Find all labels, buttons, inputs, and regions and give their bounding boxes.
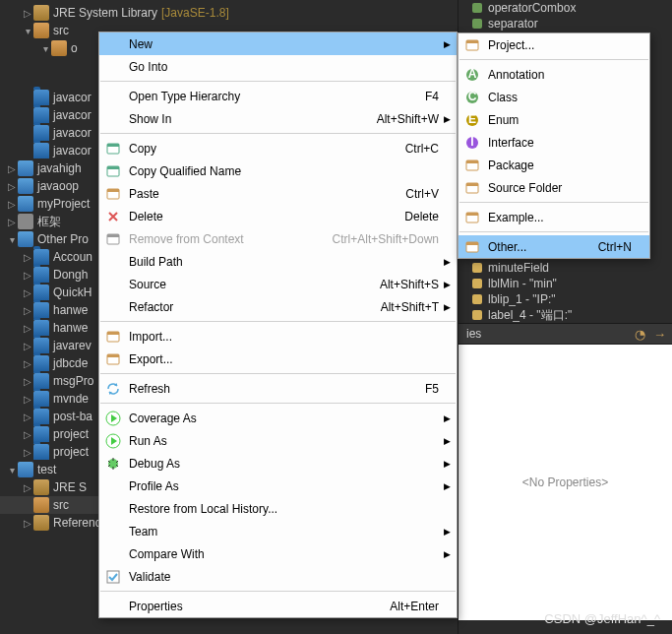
menu-item-profile-as[interactable]: Profile As ▶ xyxy=(99,475,457,497)
menu-item-refactor[interactable]: Refactor Alt+Shift+T ▶ xyxy=(99,295,457,318)
outline-item[interactable]: lblip_1 - "IP:" xyxy=(458,291,672,307)
submenu-item-annotation[interactable]: A Annotation xyxy=(458,63,649,86)
expand-icon[interactable]: ▷ xyxy=(22,412,33,422)
menu-item-import[interactable]: Import... xyxy=(99,325,457,348)
collapse-icon[interactable]: ▾ xyxy=(22,26,33,36)
expand-icon[interactable]: ▷ xyxy=(22,252,33,263)
empty-label: <No Properties> xyxy=(522,476,608,489)
menu-item-debug-as[interactable]: Debug As ▶ xyxy=(99,452,457,475)
outline-item[interactable]: separator xyxy=(458,16,672,32)
menu-item-delete[interactable]: Delete Delete xyxy=(99,205,457,227)
menu-item-build-path[interactable]: Build Path ▶ xyxy=(99,250,457,273)
outline-item[interactable]: label_4 - "端口:" xyxy=(458,307,672,323)
expand-icon[interactable]: ▷ xyxy=(6,199,18,210)
expand-icon[interactable]: ▷ xyxy=(22,394,33,405)
menu-icon[interactable]: → xyxy=(653,327,666,342)
anno-icon: A xyxy=(462,67,482,83)
expand-icon[interactable]: ▷ xyxy=(22,305,33,316)
properties-tab[interactable]: ies ◔ → xyxy=(458,323,672,345)
menu-shortcut: Delete xyxy=(404,210,453,223)
collapse-icon[interactable]: ▾ xyxy=(6,465,18,476)
submenu-item-example[interactable]: Example... xyxy=(458,206,649,228)
submenu-item-class[interactable]: C Class xyxy=(458,86,649,108)
menu-item-validate[interactable]: Validate xyxy=(99,565,457,588)
folder-icon xyxy=(33,426,49,442)
submenu-item-source-folder[interactable]: Source Folder xyxy=(458,176,649,199)
folder-icon xyxy=(33,320,49,336)
menu-item-go-into[interactable]: Go Into xyxy=(99,55,457,78)
menu-item-show-in[interactable]: Show In Alt+Shift+W ▶ xyxy=(99,107,457,130)
menu-item-refresh[interactable]: Refresh F5 xyxy=(99,377,457,400)
menu-item-copy-qualified-name[interactable]: Copy Qualified Name xyxy=(99,159,457,182)
submenu-item-other[interactable]: Other... Ctrl+N xyxy=(458,235,649,258)
menu-item-source[interactable]: Source Alt+Shift+S ▶ xyxy=(99,273,457,295)
menu-shortcut: Ctrl+N xyxy=(598,240,645,254)
outline-item[interactable]: operatorCombox xyxy=(458,0,672,16)
menu-label: Compare With xyxy=(123,547,453,561)
menu-label: Source xyxy=(123,278,380,291)
expand-icon[interactable]: ▷ xyxy=(22,447,33,458)
menu-separator xyxy=(100,133,456,134)
expand-icon[interactable]: ▷ xyxy=(6,181,18,192)
menu-label: Interface xyxy=(482,136,645,150)
blank-icon xyxy=(103,299,123,315)
expand-icon[interactable]: ▷ xyxy=(22,341,33,351)
menu-item-restore-from-local-history[interactable]: Restore from Local History... xyxy=(99,497,457,520)
menu-item-new[interactable]: New ▶ xyxy=(99,32,457,55)
context-menu[interactable]: New ▶ Go Into Open Type Hierarchy F4 Sho… xyxy=(98,32,458,618)
menu-item-team[interactable]: Team ▶ xyxy=(99,520,457,542)
menu-item-paste[interactable]: Paste Ctrl+V xyxy=(99,182,457,205)
package-icon xyxy=(51,40,67,56)
menu-item-compare-with[interactable]: Compare With ▶ xyxy=(99,542,457,565)
collapse-icon[interactable]: ▾ xyxy=(39,43,51,54)
submenu-arrow-icon: ▶ xyxy=(444,527,451,537)
copyq-icon xyxy=(103,163,123,179)
menu-shortcut: Ctrl+V xyxy=(405,187,453,201)
menu-label: Go Into xyxy=(123,60,453,74)
svg-rect-5 xyxy=(107,189,119,192)
enum-icon: E xyxy=(462,112,482,128)
expand-icon[interactable]: ▾ xyxy=(6,234,18,245)
outline-item[interactable]: lblMin - "min" xyxy=(458,276,672,291)
menu-item-remove-from-context[interactable]: Remove from Context Ctrl+Alt+Shift+Down xyxy=(99,227,457,250)
blank-icon xyxy=(103,277,123,292)
menu-item-run-as[interactable]: Run As ▶ xyxy=(99,429,457,452)
field-icon xyxy=(472,3,482,13)
pin-icon[interactable]: ◔ xyxy=(635,327,645,342)
folder-icon xyxy=(33,355,49,371)
menu-item-properties[interactable]: Properties Alt+Enter xyxy=(99,595,457,617)
expand-icon[interactable]: ▷ xyxy=(6,163,18,174)
tree-label: javahigh xyxy=(37,161,82,175)
expand-icon[interactable]: ▷ xyxy=(22,270,33,281)
menu-item-export[interactable]: Export... xyxy=(99,348,457,370)
expand-icon[interactable]: ▷ xyxy=(22,8,33,19)
submenu-item-project[interactable]: Project... xyxy=(458,33,649,56)
menu-separator xyxy=(100,403,456,404)
expand-icon[interactable]: ▷ xyxy=(22,518,33,529)
expand-icon[interactable]: ▷ xyxy=(22,482,33,493)
tree-label: post-ba xyxy=(53,410,92,423)
outline-item[interactable]: minuteField xyxy=(458,260,672,276)
expand-icon[interactable]: ▷ xyxy=(22,287,33,298)
expand-icon[interactable]: ▷ xyxy=(22,429,33,440)
submenu-item-interface[interactable]: I Interface xyxy=(458,131,649,154)
outline-label: minuteField xyxy=(488,261,549,275)
submenu-item-package[interactable]: Package xyxy=(458,154,649,176)
expand-icon[interactable]: ▷ xyxy=(22,323,33,334)
menu-item-copy[interactable]: Copy Ctrl+C xyxy=(99,137,457,159)
menu-item-coverage-as[interactable]: Coverage As ▶ xyxy=(99,407,457,429)
menu-label: Refresh xyxy=(123,382,425,396)
expand-icon[interactable]: ▷ xyxy=(6,217,18,227)
expand-icon[interactable]: ▷ xyxy=(22,358,33,369)
tree-label: Dongh xyxy=(53,268,88,282)
folder-icon xyxy=(33,285,49,300)
blank-icon xyxy=(103,59,123,75)
expand-icon[interactable]: ▷ xyxy=(22,376,33,387)
tree-label: hanwe xyxy=(53,303,88,317)
svg-rect-1 xyxy=(107,144,119,147)
srcf-icon xyxy=(462,180,482,196)
submenu-item-enum[interactable]: E Enum xyxy=(458,108,649,131)
menu-item-open-type-hierarchy[interactable]: Open Type Hierarchy F4 xyxy=(99,85,457,107)
new-submenu[interactable]: Project... A Annotation C Class E Enum I xyxy=(458,32,650,259)
coverage-icon xyxy=(103,411,123,426)
